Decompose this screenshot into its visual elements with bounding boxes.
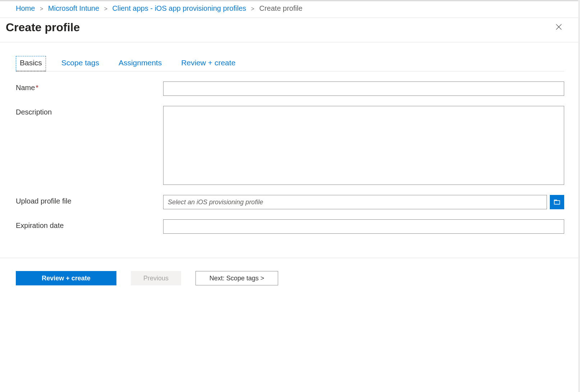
chevron-right-icon: > — [104, 6, 107, 12]
wizard-tabs: Basics Scope tags Assignments Review + c… — [16, 56, 564, 71]
breadcrumb-link-home[interactable]: Home — [16, 4, 35, 12]
page-header: Create profile — [0, 18, 580, 42]
chevron-right-icon: > — [40, 6, 43, 12]
description-label: Description — [16, 106, 163, 116]
tab-scope-tags[interactable]: Scope tags — [57, 56, 103, 71]
expiration-input — [163, 219, 564, 234]
tab-basics[interactable]: Basics — [16, 56, 46, 71]
name-label: Name* — [16, 81, 163, 92]
expiration-label: Expiration date — [16, 219, 163, 230]
previous-button: Previous — [131, 271, 181, 285]
svg-rect-2 — [554, 201, 560, 204]
folder-icon — [553, 199, 561, 206]
tab-assignments[interactable]: Assignments — [115, 56, 166, 71]
form-row-description: Description — [16, 106, 564, 185]
page-title: Create profile — [6, 21, 80, 34]
form-row-name: Name* — [16, 81, 564, 96]
main-content: Basics Scope tags Assignments Review + c… — [0, 42, 580, 258]
upload-file-input[interactable] — [163, 195, 547, 209]
breadcrumb-current: Create profile — [259, 4, 302, 12]
form-row-upload: Upload profile file — [16, 195, 564, 209]
breadcrumb-link-client-apps[interactable]: Client apps - iOS app provisioning profi… — [112, 4, 246, 12]
form-row-expiration: Expiration date — [16, 219, 564, 234]
wizard-footer: Review + create Previous Next: Scope tag… — [0, 258, 580, 298]
upload-label: Upload profile file — [16, 195, 163, 205]
breadcrumb-link-intune[interactable]: Microsoft Intune — [48, 4, 99, 12]
next-button[interactable]: Next: Scope tags > — [195, 271, 278, 285]
scrollbar[interactable] — [578, 0, 580, 298]
description-input[interactable] — [163, 106, 564, 185]
tab-review-create[interactable]: Review + create — [177, 56, 239, 71]
required-indicator: * — [36, 84, 38, 92]
close-icon — [555, 23, 563, 31]
browse-button[interactable] — [550, 195, 564, 209]
breadcrumb: Home > Microsoft Intune > Client apps - … — [0, 1, 580, 18]
review-create-button[interactable]: Review + create — [16, 271, 116, 285]
name-input[interactable] — [163, 81, 564, 96]
close-button[interactable] — [553, 22, 564, 33]
chevron-right-icon: > — [251, 6, 254, 12]
